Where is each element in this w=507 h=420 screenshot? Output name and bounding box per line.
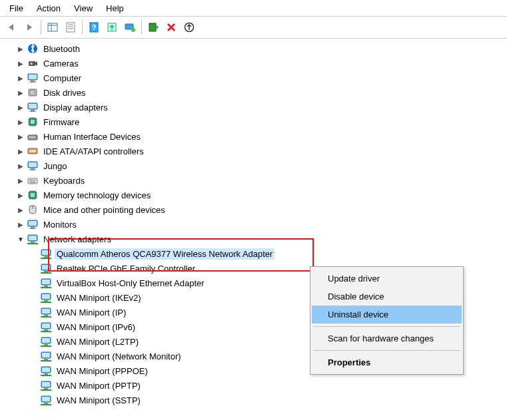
ctx-disable-device[interactable]: Disable device — [312, 288, 462, 306]
hid-icon — [27, 130, 39, 142]
expand-icon — [29, 308, 39, 317]
tree-item-label: WAN Miniport (Network Monitor) — [55, 351, 183, 362]
tree-item[interactable]: ▶Disk drives — [3, 85, 507, 100]
tree-item[interactable]: Qualcomm Atheros QCA9377 Wireless Networ… — [3, 246, 507, 261]
tree-item[interactable]: ▶Firmware — [3, 114, 507, 129]
monitor-icon — [27, 101, 39, 113]
tree-item-label: Jungo — [41, 160, 69, 172]
scan-button[interactable] — [103, 19, 121, 36]
ctx-uninstall-device[interactable]: Uninstall device — [312, 306, 462, 323]
ctx-separator — [313, 350, 460, 351]
expand-icon[interactable]: ▶ — [16, 59, 25, 68]
expand-icon — [29, 264, 39, 273]
expand-icon — [29, 395, 39, 405]
back-button[interactable] — [3, 19, 20, 36]
net-icon — [40, 248, 52, 260]
expand-icon — [29, 351, 39, 361]
menu-view[interactable]: View — [67, 2, 99, 15]
expand-icon[interactable]: ▼ — [16, 234, 25, 244]
expand-icon[interactable]: ▶ — [16, 161, 25, 170]
tree-item[interactable]: WAN Miniport (SSTP) — [3, 393, 507, 407]
camera-icon — [27, 57, 39, 69]
tree-item[interactable]: ▶Human Interface Devices — [3, 129, 507, 144]
expand-icon — [29, 381, 39, 390]
tree-item[interactable]: ▶Keyboards — [3, 173, 507, 188]
net-icon — [40, 306, 52, 318]
tree-item[interactable]: ▶Computer — [3, 71, 507, 85]
bluetooth-icon — [27, 43, 39, 55]
tree-item-label: Memory technology devices — [41, 190, 153, 201]
forward-button[interactable] — [21, 19, 38, 36]
mouse-icon — [27, 204, 39, 216]
ctx-properties[interactable]: Properties — [312, 353, 462, 371]
menubar: File Action View Help — [0, 0, 507, 17]
expand-icon[interactable]: ▶ — [16, 220, 25, 229]
uninstall-button[interactable] — [163, 19, 180, 36]
tree-item-label: Human Interface Devices — [41, 131, 143, 142]
tree-item-label: WAN Miniport (IP) — [55, 307, 128, 318]
tree-item-label: Bluetooth — [41, 43, 82, 55]
tree-item-label: Qualcomm Atheros QCA9377 Wireless Networ… — [55, 248, 274, 260]
tree-item[interactable]: WAN Miniport (PPTP) — [3, 378, 507, 393]
tree-item-label: WAN Miniport (PPPOE) — [55, 365, 150, 377]
expand-icon[interactable]: ▶ — [16, 117, 25, 126]
tree-item[interactable]: ▶Jungo — [3, 158, 507, 173]
remote-button[interactable] — [121, 19, 139, 36]
expand-icon — [29, 293, 39, 302]
update-button[interactable] — [181, 19, 198, 36]
tree-item[interactable]: ▶Monitors — [3, 217, 507, 232]
properties-button[interactable] — [62, 19, 79, 36]
expand-icon[interactable]: ▶ — [16, 88, 25, 97]
tree-item-label: WAN Miniport (IPv6) — [55, 321, 137, 333]
ctx-separator — [313, 326, 460, 327]
chip-icon — [27, 116, 39, 128]
net-icon — [40, 277, 52, 289]
expand-icon[interactable]: ▶ — [16, 132, 25, 141]
tree-item[interactable]: ▶Cameras — [3, 56, 507, 71]
monitor-icon — [27, 218, 39, 230]
tree-item-label: WAN Miniport (PPTP) — [55, 380, 143, 391]
expand-icon[interactable]: ▶ — [16, 176, 25, 185]
expand-icon[interactable]: ▶ — [16, 73, 25, 83]
expand-icon[interactable]: ▶ — [16, 44, 25, 53]
enable-button[interactable] — [145, 19, 162, 36]
expand-icon[interactable]: ▶ — [16, 103, 25, 112]
net-icon — [40, 321, 52, 333]
monitor-icon — [27, 72, 39, 84]
tree-item[interactable]: ▶Mice and other pointing devices — [3, 202, 507, 217]
tree-item-label: Display adapters — [41, 102, 110, 113]
ctx-scan-hardware[interactable]: Scan for hardware changes — [312, 329, 462, 347]
tree-item-label: Keyboards — [41, 175, 87, 186]
expand-icon — [29, 322, 39, 331]
tree-item[interactable]: ▶Bluetooth — [3, 41, 507, 56]
tree-item-label: Disk drives — [41, 87, 88, 99]
tree-item-label: Firmware — [41, 116, 81, 128]
tree-item[interactable]: ▶Memory technology devices — [3, 188, 507, 202]
menu-action[interactable]: Action — [30, 2, 67, 15]
net-icon — [40, 335, 52, 347]
show-hide-tree-button[interactable] — [44, 19, 61, 36]
tree-item[interactable]: ▼Network adapters — [3, 232, 507, 246]
net-icon — [40, 262, 52, 274]
expand-icon — [29, 366, 39, 375]
expand-icon[interactable]: ▶ — [16, 205, 25, 214]
menu-help[interactable]: Help — [99, 2, 131, 15]
tree-item-label: Cameras — [41, 58, 81, 69]
keyboard-icon — [27, 174, 39, 186]
tree-item-label: WAN Miniport (SSTP) — [55, 395, 143, 406]
tree-item-label: WAN Miniport (IKEv2) — [55, 292, 143, 304]
disk-icon — [27, 87, 39, 99]
ctx-update-driver[interactable]: Update driver — [312, 270, 462, 288]
toolbar — [0, 17, 507, 39]
tree-item-label: IDE ATA/ATAPI controllers — [41, 146, 146, 157]
net-icon — [40, 379, 52, 391]
menu-file[interactable]: File — [3, 2, 30, 15]
expand-icon[interactable]: ▶ — [16, 190, 25, 200]
help-button[interactable] — [85, 19, 103, 36]
tree-item-label: VirtualBox Host-Only Ethernet Adapter — [55, 278, 207, 289]
expand-icon[interactable]: ▶ — [16, 146, 25, 156]
tree-item[interactable]: ▶Display adapters — [3, 100, 507, 114]
tree-item-label: Monitors — [41, 219, 79, 230]
net-icon — [40, 365, 52, 377]
tree-item[interactable]: ▶IDE ATA/ATAPI controllers — [3, 144, 507, 158]
